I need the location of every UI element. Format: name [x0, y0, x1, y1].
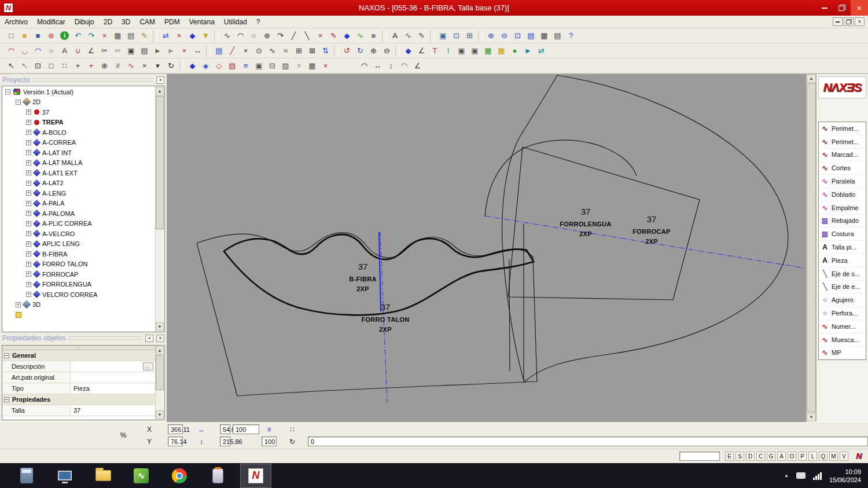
add-point-red-icon[interactable]: + [84, 60, 98, 72]
tack-red-icon[interactable]: T [428, 45, 442, 57]
trim-icon[interactable]: ◠ [31, 45, 45, 57]
tree-item-a-paloma[interactable]: +A-PALOMA [3, 208, 155, 219]
hatch-icon[interactable]: ▤ [212, 45, 226, 57]
network-signal-icon[interactable] [813, 472, 822, 480]
magnify-out-icon[interactable]: ⊖ [380, 45, 393, 57]
smooth-icon[interactable]: ∿ [266, 45, 279, 57]
arrow-teal-icon[interactable]: ► [521, 45, 535, 57]
import-export-icon[interactable]: ⇄ [159, 30, 172, 42]
tool-talla-pi-[interactable]: ATalla pi... [819, 241, 866, 254]
tree-item-forro-talon[interactable]: +FORRO TALON [3, 259, 155, 270]
expand-expander-icon[interactable]: + [26, 181, 31, 186]
box-delete-icon[interactable]: ⊠ [306, 45, 319, 57]
tree-item-a-plic-correa[interactable]: +A-PLIC CORREA [3, 219, 155, 229]
scroll-thumb[interactable] [156, 355, 164, 390]
tree-item-a-bolo[interactable]: +A-BOLO [3, 127, 155, 138]
image-yellow-icon[interactable]: ▦ [495, 45, 508, 57]
chrome-icon[interactable] [164, 464, 194, 487]
lasso-select-icon[interactable]: □ [45, 60, 58, 72]
letter-button-v[interactable]: V [840, 452, 848, 461]
piece-icon[interactable]: ◆ [186, 30, 199, 42]
collapse-expander-icon[interactable]: − [16, 100, 21, 105]
tool-doblado[interactable]: ∿Doblado [819, 188, 866, 201]
expand-expander-icon[interactable]: + [26, 251, 31, 256]
mdi-close-button[interactable]: × [855, 17, 865, 26]
chamfer-icon[interactable]: ◡ [18, 45, 31, 57]
angle-icon[interactable]: ∠ [415, 45, 428, 57]
tool-marcad-[interactable]: ∿Marcad... [819, 149, 866, 162]
arc-icon[interactable]: ◠ [234, 30, 247, 42]
show-hidden-icons[interactable]: ▲ [784, 473, 789, 478]
naxos-taskbar-icon[interactable] [241, 464, 271, 487]
piece-fill-icon[interactable]: ◆ [186, 60, 199, 72]
letter-button-q[interactable]: Q [819, 452, 827, 461]
piece-outline-icon[interactable]: ◇ [212, 60, 226, 72]
canvas-scrollbar[interactable]: ▲ ▼ [806, 74, 816, 421]
tree-item-a-velcro[interactable]: +A-VELCRO [3, 229, 155, 239]
expand-expander-icon[interactable]: + [26, 140, 31, 145]
wave-double-icon[interactable]: ≈ [279, 45, 292, 57]
text-icon[interactable]: A [388, 30, 402, 42]
piece-blue-icon[interactable]: ◆ [340, 30, 354, 42]
pencil-icon[interactable]: ✎ [327, 30, 340, 42]
angle-measure-icon[interactable]: ∠ [411, 60, 424, 72]
tree-item-forrolengua[interactable]: +FORROLENGUA [3, 280, 155, 290]
letter-button-m[interactable]: M [829, 452, 838, 461]
properties-panel-close-button[interactable]: × [156, 335, 164, 342]
properties-panel-dock-button[interactable]: ▪ [145, 335, 153, 342]
open-file-icon[interactable]: ■ [18, 30, 31, 42]
expand-expander-icon[interactable]: + [26, 231, 31, 236]
tool-pieza[interactable]: APieza [819, 254, 866, 267]
expand-expander-icon[interactable]: + [26, 262, 31, 267]
filter-icon[interactable]: ▼ [199, 30, 212, 42]
tree-item-versi-n-1-actual-[interactable]: −Versión 1 (Actual) [3, 87, 155, 97]
node-icon[interactable]: ⊙ [252, 45, 266, 57]
width-measure-icon[interactable]: ↔ [371, 60, 384, 72]
expand-expander-icon[interactable]: + [16, 302, 21, 307]
letter-button-s[interactable]: S [735, 452, 744, 461]
tool-perimet-[interactable]: ∿Perimet... [819, 135, 866, 149]
menu-archivo[interactable]: Archivo [0, 17, 32, 27]
menu-ventana[interactable]: Ventana [185, 17, 219, 27]
tree-item-2d[interactable]: −2D [3, 97, 155, 108]
expand-expander-icon[interactable]: + [26, 109, 31, 115]
computer-icon[interactable] [50, 464, 80, 487]
collapse-icon[interactable]: ⊟ [266, 60, 279, 72]
box-add-icon[interactable]: ⊞ [292, 45, 306, 57]
tool-muesca-[interactable]: ∿Muesca... [819, 333, 866, 347]
print-icon[interactable]: ▤ [551, 30, 564, 42]
axes-icon[interactable]: ∠ [84, 45, 98, 57]
collapse-expander-icon[interactable]: − [4, 353, 9, 358]
tool-perimet-[interactable]: ∿Perimet... [819, 122, 866, 135]
mdi-minimize-button[interactable] [833, 17, 843, 26]
scale-lines-icon[interactable]: ≡ [262, 425, 277, 434]
project-tree-scrollbar[interactable]: ▲ ▼ [155, 87, 164, 331]
menu-[interactable]: ? [252, 17, 265, 27]
close-x-icon[interactable]: × [319, 60, 332, 72]
property-value[interactable]: Pieza [71, 383, 155, 394]
arc-arrow-icon[interactable]: ◠ [358, 60, 371, 72]
zoom-out-icon[interactable]: ⊖ [498, 30, 511, 42]
delete-icon[interactable]: × [98, 30, 111, 42]
scroll-down-icon[interactable]: ▼ [156, 322, 164, 331]
line-icon[interactable]: ╱ [287, 30, 300, 42]
tool-mp[interactable]: ∿MP [819, 347, 866, 360]
menu-2d[interactable]: 2D [99, 17, 117, 27]
annotate-icon[interactable]: ✎ [415, 30, 428, 42]
minimize-button[interactable] [816, 0, 833, 16]
copy-icon[interactable]: ▣ [124, 45, 138, 57]
zoom-y-input[interactable]: 100 [262, 436, 277, 446]
beam-green-icon[interactable]: I [442, 45, 455, 57]
scroll-up-icon[interactable]: ▲ [807, 74, 816, 83]
tree-item-a-lat2[interactable]: +A-LAT2 [3, 178, 155, 189]
ellipsis-button[interactable]: ... [143, 362, 153, 370]
window-icon[interactable]: ▣ [436, 30, 450, 42]
letter-button-c[interactable]: C [756, 452, 765, 461]
collapse-expander-icon[interactable]: − [4, 397, 9, 402]
wave-green-icon[interactable]: ∿ [354, 30, 367, 42]
text-curve-icon[interactable]: ∿ [402, 30, 415, 42]
save-icon[interactable]: ■ [31, 30, 45, 42]
scroll-up-icon[interactable]: ▲ [156, 346, 164, 355]
close-button[interactable]: × [851, 0, 868, 16]
project-panel-dock-button[interactable]: ▪ [156, 76, 164, 84]
